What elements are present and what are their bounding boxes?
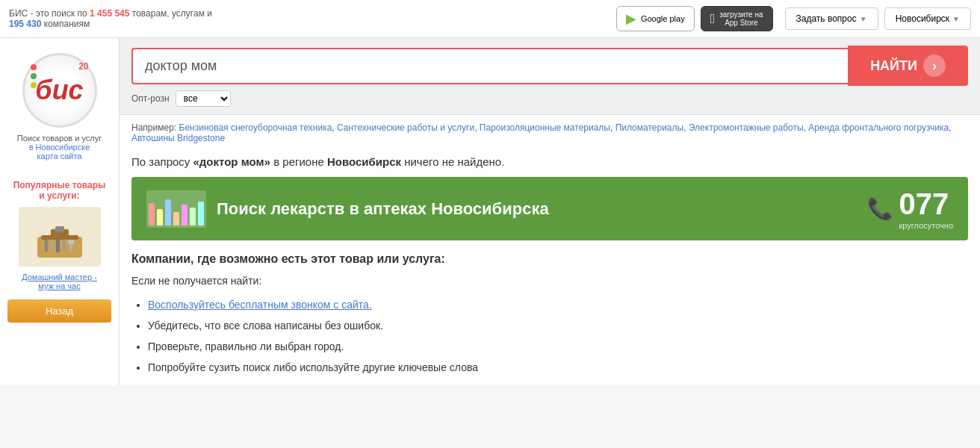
logo-dot-green [31, 73, 37, 79]
suggestion-item-3: Попробуйте сузить поиск либо используйте… [148, 357, 968, 378]
suggestion-list: Воспользуйтесь бесплатным звонком с сайт… [131, 294, 968, 378]
city-dropdown-arrow: ▼ [952, 15, 960, 23]
app-store-button[interactable]:  загрузите на App Store [701, 6, 773, 31]
logo-dot-red [31, 64, 37, 70]
pharmacy-phone-number: 077 [899, 187, 953, 221]
example-link-6[interactable]: Автошины Bridgestone [131, 133, 225, 143]
suggestion-item-0: Воспользуйтесь бесплатным звонком с сайт… [148, 294, 968, 315]
suggestion-text-3: Попробуйте сузить поиск либо используйте… [148, 361, 478, 373]
search-description: Поиск товаров и услуг в Новосибирске [7, 134, 111, 152]
svg-rect-5 [51, 241, 53, 250]
google-play-label: Google play [641, 14, 685, 23]
top-header: БИС - это поиск по 1 455 545 товарам, ус… [0, 0, 980, 38]
app-buttons: ▶ Google play  загрузите на App Store [616, 6, 773, 31]
info-middle: товарам, услугам и [132, 8, 212, 19]
pharmacy-phone-sub: круглосуточно [899, 221, 953, 230]
apple-icon:  [710, 11, 716, 27]
city-selector-button[interactable]: Новосибирск ▼ [884, 7, 971, 30]
no-results-suffix: ничего не найдено. [404, 155, 504, 168]
filter-row: Опт-розн все опт розн [131, 90, 968, 107]
pharmacy-phone-area: 📞 077 круглосуточно [867, 187, 953, 230]
search-input-wrap [131, 48, 848, 84]
no-results-message: По запросу «доктор мом» в регионе Новоси… [131, 155, 968, 168]
svg-rect-9 [69, 244, 72, 252]
example-link-5[interactable]: Аренда фронтального погрузчика [808, 122, 949, 133]
popular-item-label[interactable]: Домашний мастер - муж на час [7, 273, 111, 290]
search-arrow-icon: › [923, 55, 946, 77]
toolbox-svg [30, 214, 90, 259]
no-results-middle: в регионе [273, 155, 324, 168]
city-link[interactable]: в Новосибирске [7, 143, 111, 152]
header-info: БИС - это поиск по 1 455 545 товарам, ус… [9, 8, 604, 29]
ask-question-button[interactable]: Задать вопрос ▼ [785, 7, 878, 30]
info-prefix: БИС - это поиск по [9, 8, 87, 19]
back-button[interactable]: Назад [7, 299, 111, 323]
content-area: НАЙТИ › Опт-розн все опт розн Например: … [120, 38, 980, 385]
main-wrapper: бис 20 Поиск товаров и услуг в Новосибир… [0, 38, 980, 385]
pharmacy-banner-left: Поиск лекарств в аптеках Новосибирска [146, 190, 549, 228]
search-row: НАЙТИ › [131, 46, 968, 86]
logo-dots [31, 64, 37, 88]
ask-label: Задать вопрос [796, 13, 857, 24]
logo-20-badge: 20 [78, 61, 88, 72]
no-results-region: Новосибирск [327, 155, 401, 168]
suggestion-item-1: Убедитесь, что все слова написаны без ош… [148, 315, 968, 336]
map-link[interactable]: карта сайта [7, 152, 111, 161]
no-results-prefix: По запросу [131, 155, 190, 168]
google-play-button[interactable]: ▶ Google play [616, 6, 695, 31]
suggestion-text-1: Убедитесь, что все слова написаны без ош… [148, 320, 383, 332]
pharmacy-shelf-icon [146, 190, 206, 228]
svg-rect-4 [45, 240, 48, 252]
example-link-3[interactable]: Пиломатериалы [615, 122, 684, 133]
search-button-label: НАЙТИ [870, 58, 917, 74]
pharmacy-banner-text: Поиск лекарств в аптеках Новосибирска [217, 199, 549, 219]
phone-icon: 📞 [867, 196, 893, 221]
svg-rect-8 [68, 240, 74, 244]
sidebar: бис 20 Поиск товаров и услуг в Новосибир… [0, 38, 120, 385]
info-suffix: компаниям [44, 19, 90, 29]
pharmacy-banner[interactable]: Поиск лекарств в аптеках Новосибирска 📞 … [131, 177, 968, 240]
suggestion-item-2: Проверьте, правильно ли выбран город. [148, 336, 968, 357]
google-play-icon: ▶ [626, 10, 636, 27]
search-area: НАЙТИ › Опт-розн все опт розн [120, 38, 980, 115]
suggestion-text-2: Проверьте, правильно ли выбран город. [148, 340, 344, 352]
ask-dropdown-arrow: ▼ [860, 15, 867, 23]
count2: 195 430 [9, 19, 41, 29]
svg-rect-3 [55, 226, 64, 232]
app-store-label: загрузите на App Store [719, 10, 763, 27]
logo-bis-text: бис [35, 75, 83, 106]
phone-info: 077 круглосуточно [899, 187, 953, 230]
svg-rect-7 [63, 240, 65, 251]
filter-label: Опт-розн [131, 93, 170, 104]
count1: 1 455 545 [90, 8, 129, 19]
sidebar-logo-area: бис 20 Поиск товаров и услуг в Новосибир… [7, 46, 111, 168]
examples-line: Например: Бензиновая снегоуборочная техн… [131, 122, 968, 143]
header-actions: Задать вопрос ▼ Новосибирск ▼ [785, 7, 971, 30]
popular-item-image [19, 207, 101, 267]
examples-prefix: Например: [131, 122, 176, 133]
city-label: Новосибирск [896, 13, 949, 24]
sidebar-logo: бис 20 [22, 53, 97, 128]
svg-rect-6 [56, 239, 60, 252]
free-call-link[interactable]: Воспользуйтесь бесплатным звонком с сайт… [148, 299, 372, 311]
no-results-query: «доктор мом» [193, 155, 270, 168]
search-input[interactable] [133, 49, 848, 83]
companies-section-title: Компании, где возможно есть этот товар и… [131, 252, 968, 266]
popular-label: Популярные товары и услуги: [7, 180, 111, 201]
content-inner: Например: Бензиновая снегоуборочная техн… [120, 115, 980, 385]
search-button[interactable]: НАЙТИ › [848, 46, 968, 86]
example-link-1[interactable]: Сантехнические работы и услуги [337, 122, 474, 133]
example-link-4[interactable]: Электромонтажные работы [689, 122, 804, 133]
example-link-2[interactable]: Пароизоляционные материалы [480, 122, 610, 133]
logo-dot-yellow [31, 82, 37, 88]
example-link-0[interactable]: Бензиновая снегоуборочная техника [179, 122, 332, 133]
if-not-found-label: Если не получается найти: [131, 275, 968, 287]
filter-select[interactable]: все опт розн [176, 90, 231, 107]
